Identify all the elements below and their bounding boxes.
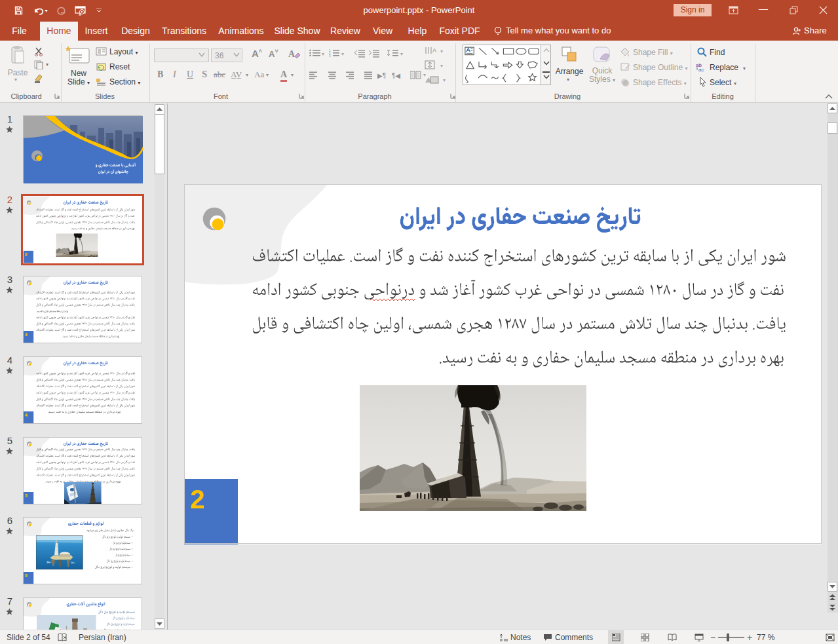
svg-text:2: 2 — [24, 252, 27, 257]
svg-text:ac: ac — [698, 67, 704, 72]
svg-text:6: 6 — [25, 573, 28, 579]
svg-text:3: 3 — [329, 54, 331, 58]
svg-text:A: A — [288, 49, 295, 59]
svg-text:A: A — [432, 47, 436, 54]
svg-text:5: 5 — [25, 493, 28, 499]
svg-text:2: 2 — [190, 484, 204, 513]
svg-text:3: 3 — [25, 332, 28, 338]
